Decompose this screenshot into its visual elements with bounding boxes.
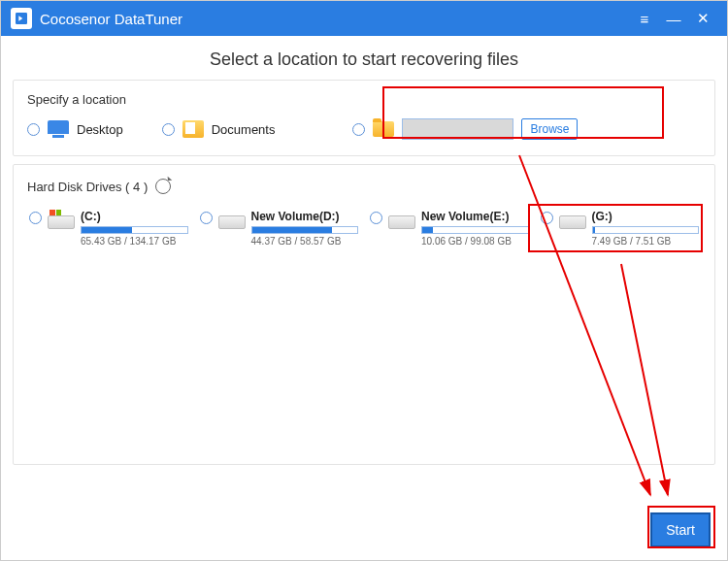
app-logo-icon: [11, 8, 32, 29]
page-heading: Select a location to start recovering fi…: [1, 50, 727, 70]
location-browse[interactable]: Browse: [352, 118, 578, 140]
desktop-icon: [48, 120, 69, 138]
drive-name: New Volume(E:): [421, 210, 529, 223]
radio-drive-1[interactable]: [200, 212, 213, 224]
radio-documents[interactable]: [162, 123, 175, 136]
radio-browse[interactable]: [352, 123, 365, 136]
drive-name: (C:): [81, 210, 188, 223]
drive-icon: [559, 210, 586, 229]
start-button[interactable]: Start: [650, 512, 711, 547]
usage-bar: [81, 226, 188, 234]
drive-name: New Volume(D:): [251, 210, 359, 223]
title-bar: Cocosenor DataTuner ≡ — ✕: [1, 1, 727, 36]
drive-item-2[interactable]: New Volume(E:)10.06 GB / 99.08 GB: [368, 208, 531, 248]
documents-icon: [182, 120, 204, 138]
drive-icon: [388, 210, 415, 229]
drive-size: 10.06 GB / 99.08 GB: [421, 236, 529, 247]
location-documents[interactable]: Documents: [162, 120, 276, 138]
drives-panel: Hard Disk Drives ( 4 ) (C:)65.43 GB / 13…: [13, 164, 715, 465]
drive-item-3[interactable]: (G:)7.49 GB / 7.51 GB: [539, 208, 702, 248]
drive-size: 44.37 GB / 58.57 GB: [251, 236, 359, 247]
drive-icon: [218, 210, 246, 229]
location-desktop[interactable]: Desktop: [27, 120, 123, 138]
drives-title: Hard Disk Drives ( 4 ): [27, 180, 148, 194]
drive-item-0[interactable]: (C:)65.43 GB / 134.17 GB: [27, 208, 190, 248]
folder-icon: [373, 121, 394, 137]
radio-drive-0[interactable]: [29, 212, 42, 224]
minimize-button[interactable]: —: [659, 11, 688, 27]
app-title: Cocosenor DataTuner: [40, 11, 182, 27]
drive-item-1[interactable]: New Volume(D:)44.37 GB / 58.57 GB: [198, 208, 361, 248]
drive-icon: [48, 210, 75, 229]
documents-label: Documents: [212, 122, 276, 137]
drive-size: 65.43 GB / 134.17 GB: [81, 236, 188, 247]
radio-drive-3[interactable]: [541, 212, 553, 224]
radio-drive-2[interactable]: [370, 212, 382, 224]
refresh-icon[interactable]: [155, 179, 171, 194]
menu-button[interactable]: ≡: [630, 11, 659, 27]
usage-bar: [251, 226, 359, 234]
close-button[interactable]: ✕: [688, 10, 717, 27]
drive-name: (G:): [592, 210, 700, 223]
path-input[interactable]: [402, 118, 513, 140]
browse-button[interactable]: Browse: [521, 118, 578, 140]
usage-bar: [592, 226, 700, 234]
desktop-label: Desktop: [77, 122, 123, 137]
specify-title: Specify a location: [27, 92, 701, 107]
drive-size: 7.49 GB / 7.51 GB: [592, 236, 700, 247]
radio-desktop[interactable]: [27, 123, 40, 136]
usage-bar: [421, 226, 529, 234]
specify-location-panel: Specify a location Desktop Documents Bro…: [13, 80, 715, 156]
